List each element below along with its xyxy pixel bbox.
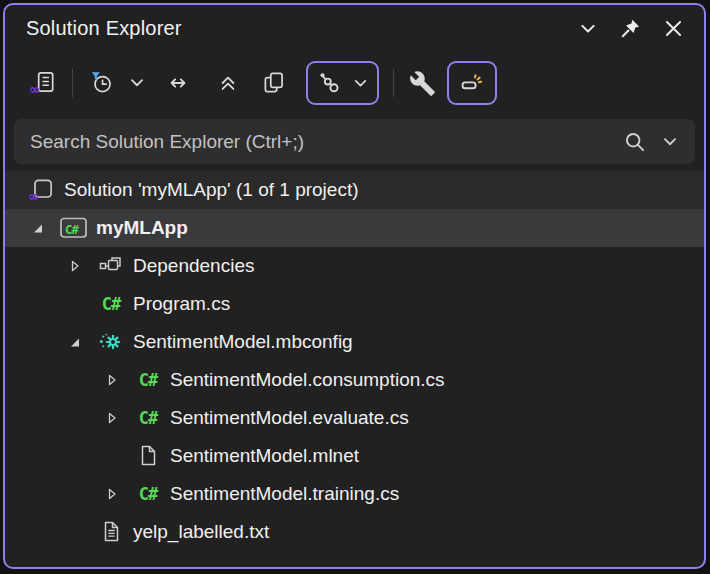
chevron-right-icon[interactable] [60,258,90,274]
preview-sparkle-icon [459,70,485,96]
filter-dropdown-button[interactable] [124,70,150,96]
window-position-button[interactable] [574,15,602,43]
chevron-down-icon [128,74,146,92]
toolbar: ∞ [5,52,704,114]
mlnet-model-builder-icon [90,331,132,354]
nested-nodes-icon [316,70,342,96]
chevron-right-icon[interactable] [97,410,127,426]
sync-arrows-icon [164,69,192,97]
search-input[interactable] [30,131,613,153]
csharp-file-icon: C# [127,372,169,389]
chevron-right-icon[interactable] [97,486,127,502]
tree-item-label: SentimentModel.consumption.cs [169,369,445,391]
csharp-file-icon: C# [90,296,132,313]
search-options-button[interactable] [657,129,683,155]
pin-button[interactable] [616,14,645,43]
chevron-down-icon [661,133,679,151]
text-file-icon [90,520,132,544]
chevron-down-icon [578,19,598,39]
pin-icon [620,18,641,39]
toolbar-separator [393,69,394,97]
tree-item-evaluate-cs[interactable]: C# SentimentModel.evaluate.cs [5,399,704,437]
csharp-file-icon: C# [127,410,169,427]
svg-text:C#: C# [65,222,80,237]
file-icon [127,444,169,468]
double-chevron-up-icon [214,69,242,97]
solution-icon: ∞ [21,177,63,203]
collapse-all-button[interactable] [210,65,246,101]
clock-filter-icon [88,69,116,97]
tree-item-label: SentimentModel.mlnet [169,445,359,467]
search-area [5,114,704,171]
switch-views-button[interactable]: ∞ [25,65,61,101]
csharp-file-icon: C# [127,486,169,503]
wrench-icon [409,70,436,97]
tree-item-consumption-cs[interactable]: C# SentimentModel.consumption.cs [5,361,704,399]
search-button[interactable] [619,126,651,158]
tree-item-solution[interactable]: ∞ Solution 'myMLApp' (1 of 1 project) [5,171,704,209]
preview-selected-items-button[interactable] [447,61,497,105]
sync-with-active-document-button[interactable] [160,65,196,101]
stacked-documents-icon [260,69,288,97]
tree-item-label: Program.cs [132,293,230,315]
tree-item-sentimentmodel-mlnet[interactable]: SentimentModel.mlnet [5,437,704,475]
pending-changes-filter-button[interactable] [84,65,120,101]
tree-item-label: SentimentModel.evaluate.cs [169,407,409,429]
show-all-files-button[interactable] [256,65,292,101]
file-nesting-button[interactable] [306,61,379,105]
tree-item-label: yelp_labelled.txt [132,521,269,543]
csharp-project-icon: C# [53,216,95,240]
tree-item-sentimentmodel-mbconfig[interactable]: SentimentModel.mbconfig [5,323,704,361]
triangle-expanded-icon[interactable] [23,220,53,236]
close-icon [663,18,684,39]
tree-item-training-cs[interactable]: C# SentimentModel.training.cs [5,475,704,513]
search-icon [623,130,647,154]
switch-views-icon: ∞ [29,69,57,97]
tree-item-program-cs[interactable]: C# Program.cs [5,285,704,323]
titlebar: Solution Explorer [5,5,704,52]
solution-explorer-panel: Solution Explorer [3,3,706,569]
panel-title: Solution Explorer [26,17,182,40]
triangle-expanded-icon[interactable] [60,334,90,350]
tree-item-mymlapp[interactable]: C# myMLApp [5,209,704,247]
properties-button[interactable] [405,66,440,101]
dependencies-icon [90,255,132,277]
solution-tree: ∞ Solution 'myMLApp' (1 of 1 project) C#… [5,171,704,567]
tree-item-yelp-labelled-txt[interactable]: yelp_labelled.txt [5,513,704,551]
tree-item-label: SentimentModel.mbconfig [132,331,353,353]
svg-text:∞: ∞ [28,189,39,203]
tree-item-label: Dependencies [132,255,254,277]
close-button[interactable] [659,14,688,43]
svg-text:∞: ∞ [29,81,41,97]
toolbar-separator [72,69,73,97]
tree-item-label: SentimentModel.training.cs [169,483,399,505]
chevron-down-icon [352,75,369,92]
tree-item-dependencies[interactable]: Dependencies [5,247,704,285]
search-box[interactable] [14,119,695,164]
tree-item-label: myMLApp [95,217,188,239]
tree-item-label: Solution 'myMLApp' (1 of 1 project) [63,179,359,201]
chevron-right-icon[interactable] [97,372,127,388]
